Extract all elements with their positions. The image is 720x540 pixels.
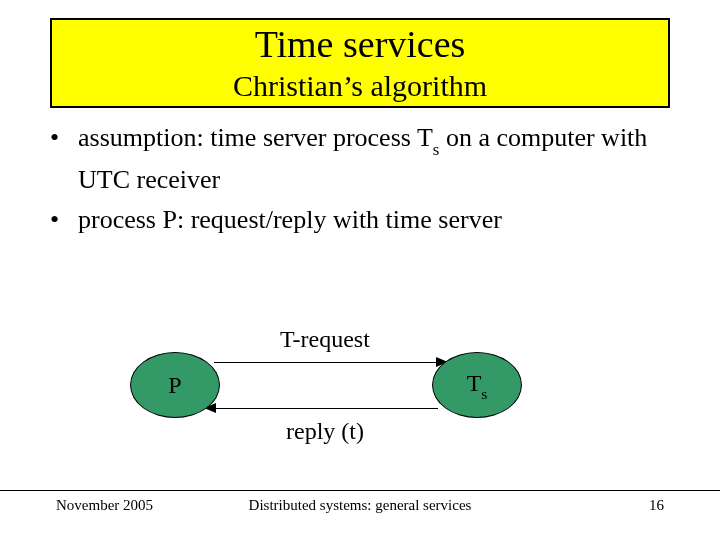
node-ts-label: Ts bbox=[467, 370, 488, 401]
bullet-segment: process P: request/reply with time serve… bbox=[78, 205, 502, 234]
footer: November 2005 Distributed systems: gener… bbox=[0, 490, 720, 518]
slide-title: Time services bbox=[52, 24, 668, 66]
bullet-segment: assumption: time server process T bbox=[78, 123, 433, 152]
diagram: T-request reply (t) P Ts bbox=[0, 300, 720, 470]
title-banner: Time services Christian’s algorithm bbox=[50, 18, 670, 108]
arrow-reply-line bbox=[216, 408, 438, 409]
slide-subtitle: Christian’s algorithm bbox=[52, 68, 668, 104]
node-p: P bbox=[130, 352, 220, 418]
bullet-marker: • bbox=[50, 118, 78, 201]
bullet-item: • process P: request/reply with time ser… bbox=[50, 200, 670, 240]
footer-title: Distributed systems: general services bbox=[0, 497, 720, 514]
footer-page-number: 16 bbox=[649, 497, 664, 514]
node-ts-base: T bbox=[467, 370, 482, 396]
bullet-list: • assumption: time server process Ts on … bbox=[50, 118, 670, 241]
arrow-reply-label: reply (t) bbox=[230, 418, 420, 445]
node-p-label: P bbox=[168, 372, 181, 399]
bullet-text: process P: request/reply with time serve… bbox=[78, 200, 670, 240]
bullet-marker: • bbox=[50, 200, 78, 240]
subscript: s bbox=[433, 140, 440, 159]
node-ts-sub: s bbox=[481, 385, 487, 402]
bullet-text: assumption: time server process Ts on a … bbox=[78, 118, 670, 201]
arrow-request-line bbox=[214, 362, 436, 363]
bullet-item: • assumption: time server process Ts on … bbox=[50, 118, 670, 201]
node-ts: Ts bbox=[432, 352, 522, 418]
arrow-request-label: T-request bbox=[230, 326, 420, 353]
